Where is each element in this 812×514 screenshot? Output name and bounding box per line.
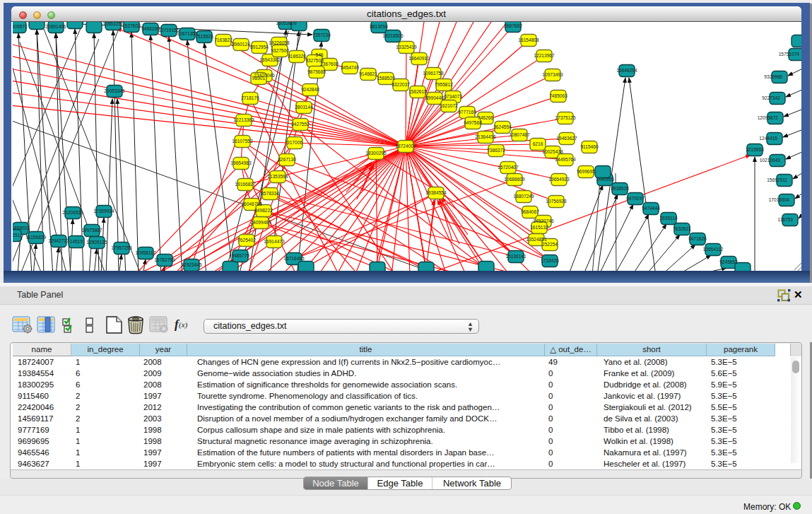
svg-text:9227342: 9227342 <box>762 95 780 100</box>
svg-text:8960124: 8960124 <box>232 42 250 47</box>
svg-text:2803144: 2803144 <box>295 105 313 110</box>
svg-text:21364436: 21364436 <box>475 134 496 139</box>
svg-text:16543382: 16543382 <box>259 57 281 62</box>
svg-text:14099489: 14099489 <box>250 220 271 225</box>
svg-text:6479197: 6479197 <box>626 196 645 201</box>
svg-text:10756928: 10756928 <box>546 199 567 204</box>
svg-text:18724007: 18724007 <box>395 144 416 148</box>
svg-text:8322037: 8322037 <box>392 82 410 87</box>
svg-text:20053346: 20053346 <box>104 88 125 93</box>
svg-text:1588520: 1588520 <box>377 76 395 81</box>
svg-text:1244415: 1244415 <box>759 136 777 141</box>
svg-text:2367608: 2367608 <box>320 62 339 66</box>
svg-text:9474444: 9474444 <box>642 206 660 211</box>
svg-text:15716485: 15716485 <box>283 256 305 261</box>
svg-text:9327500: 9327500 <box>271 48 289 53</box>
svg-text:7955812: 7955812 <box>435 82 453 87</box>
svg-text:15136141: 15136141 <box>505 254 526 259</box>
svg-text:6466160: 6466160 <box>141 26 160 31</box>
svg-text:12505135: 12505135 <box>86 240 107 245</box>
svg-text:8813054: 8813054 <box>370 24 388 29</box>
svg-text:8498222: 8498222 <box>254 208 273 213</box>
svg-text:2405571: 2405571 <box>13 24 28 29</box>
svg-text:1562615: 1562615 <box>408 89 427 94</box>
svg-text:8471626: 8471626 <box>688 236 707 241</box>
svg-text:14519: 14519 <box>70 239 83 244</box>
svg-text:16046788: 16046788 <box>241 201 262 206</box>
svg-text:9875685: 9875685 <box>307 69 326 74</box>
svg-text:10961758: 10961758 <box>423 71 444 76</box>
svg-text:17957253: 17957253 <box>111 245 132 250</box>
svg-text:11353594: 11353594 <box>268 174 288 179</box>
svg-text:1440955: 1440955 <box>596 177 614 182</box>
svg-text:16154808: 16154808 <box>518 37 539 42</box>
svg-text:12923445: 12923445 <box>181 262 202 267</box>
svg-text:11156829: 11156829 <box>26 235 47 240</box>
svg-text:19384554: 19384554 <box>425 190 447 195</box>
svg-text:14495764: 14495764 <box>555 157 576 162</box>
svg-text:19654983: 19654983 <box>230 160 252 165</box>
svg-text:7632621: 7632621 <box>673 226 691 231</box>
svg-text:18300295: 18300295 <box>365 151 387 156</box>
svg-text:12213967: 12213967 <box>534 53 555 58</box>
svg-text:99151: 99151 <box>13 233 20 238</box>
svg-text:19166827: 19166827 <box>235 182 256 187</box>
svg-text:8578334: 8578334 <box>261 191 279 196</box>
svg-text:17016504: 17016504 <box>769 197 790 202</box>
svg-text:10973493: 10973493 <box>542 72 563 77</box>
svg-text:15692911: 15692911 <box>767 177 787 182</box>
svg-text:16782759: 16782759 <box>154 257 175 262</box>
svg-text:2687682: 2687682 <box>504 23 522 28</box>
svg-text:8912954: 8912954 <box>250 45 269 49</box>
svg-text:3215953: 3215953 <box>746 147 764 152</box>
svg-text:9115460: 9115460 <box>580 144 599 149</box>
svg-text:10553257: 10553257 <box>102 22 124 26</box>
svg-text:98901: 98901 <box>252 76 266 81</box>
svg-text:12213363: 12213363 <box>233 117 254 122</box>
svg-text:15720407: 15720407 <box>498 165 519 170</box>
svg-text:9146821: 9146821 <box>359 71 377 76</box>
svg-text:16914473: 16914473 <box>264 239 285 244</box>
svg-text:8454749: 8454749 <box>341 65 359 70</box>
svg-text:9684067: 9684067 <box>521 209 539 214</box>
svg-text:1527602: 1527602 <box>122 23 141 28</box>
svg-text:7515526: 7515526 <box>195 34 213 39</box>
svg-text:15751074: 15751074 <box>779 52 800 57</box>
svg-text:20206536: 20206536 <box>62 210 83 215</box>
svg-text:7386372: 7386372 <box>487 148 505 153</box>
svg-text:116753: 116753 <box>777 217 793 222</box>
svg-text:6734073: 6734073 <box>444 94 462 99</box>
svg-text:17375125: 17375125 <box>555 115 576 120</box>
svg-text:1733426: 1733426 <box>541 258 559 263</box>
svg-text:8990448: 8990448 <box>425 95 444 100</box>
svg-text:7163822: 7163822 <box>214 37 233 42</box>
svg-text:1615132: 1615132 <box>530 225 548 230</box>
svg-text:18226058: 18226058 <box>269 40 290 45</box>
svg-text:2718176: 2718176 <box>241 95 259 100</box>
svg-text:19654923: 19654923 <box>548 177 570 182</box>
svg-text:8427552: 8427552 <box>291 122 310 127</box>
svg-text:7357234: 7357234 <box>312 33 331 37</box>
svg-text:10958117: 10958117 <box>136 250 156 255</box>
svg-text:10807487: 10807487 <box>509 132 530 137</box>
svg-text:13524851: 13524851 <box>526 237 547 242</box>
svg-text:18807249: 18807249 <box>513 194 534 199</box>
svg-text:10210643: 10210643 <box>760 158 781 163</box>
svg-text:19218506: 19218506 <box>382 33 404 38</box>
svg-text:9242848: 9242848 <box>301 87 319 92</box>
svg-text:16053809: 16053809 <box>276 22 297 25</box>
svg-text:8938928: 8938928 <box>611 186 629 191</box>
svg-text:3624554: 3624554 <box>493 124 512 129</box>
svg-text:1621072: 1621072 <box>440 103 458 108</box>
svg-text:9699695: 9699695 <box>577 169 595 174</box>
svg-text:12093872: 12093872 <box>758 115 779 120</box>
svg-text:10025438: 10025438 <box>542 149 563 154</box>
svg-text:9777169: 9777169 <box>458 110 476 115</box>
svg-text:7625402: 7625402 <box>237 238 256 243</box>
svg-text:2935114: 2935114 <box>659 216 678 221</box>
svg-text:(x): (x) <box>179 320 188 329</box>
svg-text:6216: 6216 <box>533 141 543 146</box>
svg-text:13325419: 13325419 <box>396 45 417 49</box>
svg-text:546: 546 <box>315 52 323 57</box>
svg-text:20691406: 20691406 <box>45 24 66 29</box>
